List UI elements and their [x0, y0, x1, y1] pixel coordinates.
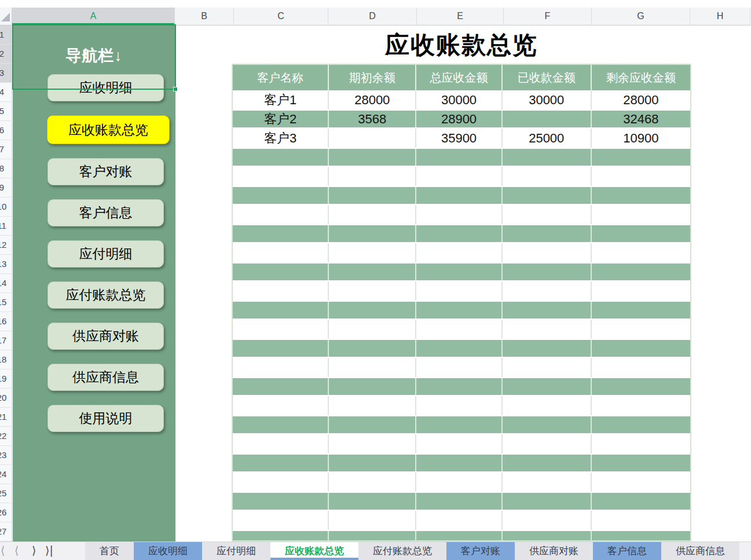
table-cell[interactable]: [416, 416, 502, 433]
table-cell[interactable]: [233, 511, 329, 530]
last-sheet-arrow-icon[interactable]: ⟩|: [45, 542, 53, 560]
table-cell[interactable]: [329, 149, 416, 166]
row-number-13[interactable]: 13: [0, 255, 12, 274]
row-number-12[interactable]: 12: [0, 236, 12, 255]
sheet-tab-8[interactable]: 客户信息: [593, 542, 661, 560]
row-number-8[interactable]: 8: [0, 159, 12, 178]
column-header-g[interactable]: G: [592, 8, 690, 25]
table-cell[interactable]: [329, 225, 416, 242]
table-cell[interactable]: [503, 320, 592, 339]
table-cell[interactable]: [329, 455, 416, 471]
table-cell[interactable]: [416, 340, 502, 357]
table-cell[interactable]: [233, 378, 329, 395]
first-sheet-arrow-icon[interactable]: ⟨: [1, 542, 5, 560]
column-header-c[interactable]: C: [234, 8, 328, 25]
column-header-f[interactable]: F: [504, 8, 592, 25]
table-cell[interactable]: [592, 302, 690, 319]
table-cell[interactable]: [329, 416, 416, 433]
table-cell[interactable]: [329, 320, 416, 339]
sidebar-button-3[interactable]: 客户对账: [47, 158, 164, 185]
table-cell[interactable]: [503, 263, 592, 280]
prev-sheet-arrow-icon[interactable]: ⟨: [14, 542, 19, 560]
table-cell[interactable]: [503, 111, 592, 127]
table-cell[interactable]: [416, 302, 502, 319]
table-cell[interactable]: [503, 281, 592, 301]
table-cell[interactable]: [329, 281, 416, 301]
column-header-a[interactable]: A: [12, 8, 175, 25]
table-cell[interactable]: [233, 302, 329, 319]
table-cell[interactable]: [329, 129, 416, 148]
column-header-h[interactable]: H: [690, 8, 750, 25]
table-cell[interactable]: [329, 378, 416, 395]
table-cell[interactable]: 30000: [503, 90, 592, 109]
row-number-16[interactable]: 16: [0, 312, 12, 331]
table-cell[interactable]: [503, 531, 592, 541]
table-cell[interactable]: [592, 416, 690, 433]
sidebar-button-1[interactable]: 应收明细: [47, 74, 164, 101]
row-number-17[interactable]: 17: [0, 331, 12, 350]
sheet-tab-4[interactable]: 应收账款总览: [270, 542, 358, 560]
table-cell[interactable]: [503, 511, 592, 530]
table-cell[interactable]: 30000: [416, 90, 502, 109]
row-number-23[interactable]: 23: [0, 446, 12, 465]
table-cell[interactable]: [503, 243, 592, 262]
table-cell[interactable]: [503, 187, 592, 204]
sheet-tab-2[interactable]: 应收明细: [134, 542, 202, 560]
table-cell[interactable]: [329, 531, 416, 541]
table-cell[interactable]: [416, 396, 502, 415]
table-cell[interactable]: [503, 396, 592, 415]
row-number-9[interactable]: 9: [0, 178, 12, 197]
table-cell[interactable]: [503, 167, 592, 186]
table-cell[interactable]: [592, 281, 690, 301]
table-cell[interactable]: [503, 493, 592, 510]
sheet-tab-9[interactable]: 供应商信息: [661, 542, 739, 560]
table-cell[interactable]: [233, 187, 329, 204]
table-cell[interactable]: 客户名称: [233, 65, 329, 90]
table-cell[interactable]: [329, 187, 416, 204]
table-cell[interactable]: [592, 473, 690, 492]
row-number-6[interactable]: 6: [0, 121, 12, 140]
table-cell[interactable]: 总应收金额: [416, 65, 502, 90]
table-cell[interactable]: [329, 243, 416, 262]
table-cell[interactable]: [592, 396, 690, 415]
row-number-4[interactable]: 4: [0, 83, 12, 102]
table-cell[interactable]: [592, 511, 690, 530]
table-cell[interactable]: [233, 281, 329, 301]
table-cell[interactable]: 客户1: [233, 90, 329, 109]
table-cell[interactable]: [592, 340, 690, 357]
table-cell[interactable]: [416, 455, 502, 471]
table-cell[interactable]: [329, 473, 416, 492]
table-cell[interactable]: [503, 340, 592, 357]
table-cell[interactable]: [233, 167, 329, 186]
table-cell[interactable]: [329, 167, 416, 186]
table-cell[interactable]: [233, 455, 329, 471]
table-cell[interactable]: 25000: [503, 129, 592, 148]
row-number-7[interactable]: 7: [0, 140, 12, 159]
table-cell[interactable]: [233, 434, 329, 453]
table-cell[interactable]: 28000: [329, 90, 416, 109]
table-cell[interactable]: [416, 378, 502, 395]
table-cell[interactable]: [416, 493, 502, 510]
sheet-tab-1[interactable]: 首页: [85, 542, 134, 560]
row-number-2[interactable]: 2: [0, 45, 12, 64]
table-cell[interactable]: [416, 281, 502, 301]
table-cell[interactable]: [233, 358, 329, 377]
table-cell[interactable]: [233, 416, 329, 433]
table-cell[interactable]: [416, 320, 502, 339]
table-cell[interactable]: [592, 187, 690, 204]
table-cell[interactable]: [233, 263, 329, 280]
sidebar-button-8[interactable]: 供应商信息: [47, 364, 164, 391]
table-cell[interactable]: [233, 243, 329, 262]
table-cell[interactable]: [416, 243, 502, 262]
column-header-d[interactable]: D: [328, 8, 417, 25]
table-cell[interactable]: [503, 455, 592, 471]
table-cell[interactable]: 28000: [592, 90, 690, 109]
table-cell[interactable]: [329, 205, 416, 224]
sheet-tab-6[interactable]: 客户对账: [446, 542, 515, 560]
table-cell[interactable]: 3568: [329, 111, 416, 127]
row-number-18[interactable]: 18: [0, 350, 12, 369]
column-header-e[interactable]: E: [417, 8, 504, 25]
table-cell[interactable]: [592, 167, 690, 186]
table-cell[interactable]: 期初余额: [329, 65, 416, 90]
table-cell[interactable]: [416, 149, 502, 166]
